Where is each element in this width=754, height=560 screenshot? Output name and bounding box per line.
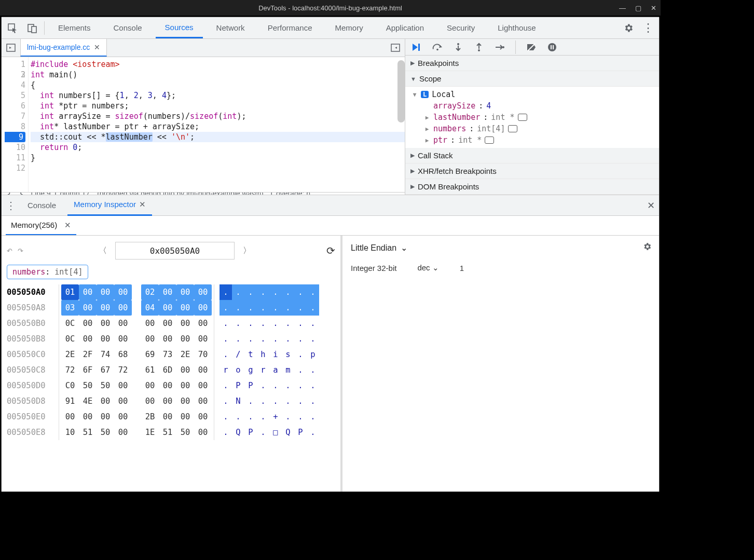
redo-icon[interactable]: ↷	[18, 247, 23, 255]
endian-selector[interactable]: Little Endian ⌄	[351, 243, 651, 253]
hex-byte[interactable]: 00	[114, 300, 132, 316]
tab-elements[interactable]: Elements	[49, 18, 100, 37]
hex-byte[interactable]: 0C	[61, 331, 79, 347]
ascii-char[interactable]: .	[282, 409, 294, 425]
ascii-char[interactable]: .	[232, 316, 244, 331]
inspect-icon[interactable]	[5, 20, 20, 36]
next-page-icon[interactable]: 〉	[240, 245, 254, 256]
hex-row[interactable]: 005050A00100000002000000........	[7, 284, 335, 300]
ascii-char[interactable]: P	[244, 425, 257, 440]
hex-row[interactable]: 005050A80300000004000000........	[7, 300, 335, 316]
ascii-char[interactable]: .	[269, 393, 282, 409]
ascii-char[interactable]: Q	[282, 425, 294, 440]
hex-byte[interactable]: 72	[61, 362, 79, 378]
hex-row[interactable]: 005050D8914E000000000000.N......	[7, 393, 335, 409]
hex-byte[interactable]: 50	[176, 425, 194, 440]
hex-byte[interactable]: 00	[159, 409, 176, 425]
hex-byte[interactable]: C0	[61, 378, 79, 393]
step-icon[interactable]	[495, 42, 505, 52]
close-icon[interactable]: ✕	[64, 221, 71, 229]
hex-row[interactable]: 005050B00C00000000000000........	[7, 316, 335, 331]
hex-byte[interactable]: 00	[176, 316, 194, 331]
hex-byte[interactable]: 00	[79, 316, 97, 331]
hex-byte[interactable]: 68	[114, 347, 132, 362]
gear-icon[interactable]	[621, 20, 636, 36]
hex-byte[interactable]: 03	[61, 300, 79, 316]
memory-reveal-icon[interactable]	[508, 125, 517, 132]
ascii-char[interactable]: .	[294, 409, 307, 425]
hex-row[interactable]: 005050D0C050500000000000.PP.....	[7, 378, 335, 393]
refresh-icon[interactable]: ⟳	[326, 244, 335, 257]
hex-byte[interactable]: 00	[97, 393, 114, 409]
prev-page-icon[interactable]: 〈	[95, 245, 110, 256]
drawer-tab-memory-inspector[interactable]: Memory Inspector✕	[67, 195, 152, 216]
ascii-char[interactable]: .	[244, 316, 257, 331]
source-editor[interactable]: 1#include <iostream>23int main()4{5 int …	[2, 57, 405, 192]
ascii-char[interactable]: .	[282, 316, 294, 331]
ascii-char[interactable]: .	[257, 393, 269, 409]
ascii-char[interactable]: o	[232, 362, 244, 378]
hex-byte[interactable]: 02	[141, 284, 159, 300]
ascii-char[interactable]: s	[282, 347, 294, 362]
hex-row[interactable]: 005050E8105150001E515000.QP.□QP.	[7, 425, 335, 440]
hex-byte[interactable]: 00	[141, 316, 159, 331]
hex-byte[interactable]: 91	[61, 393, 79, 409]
debugger-sidebar-toggle-icon[interactable]	[389, 42, 402, 54]
ascii-char[interactable]: .	[307, 425, 319, 440]
hex-byte[interactable]: 00	[114, 284, 132, 300]
ascii-char[interactable]: .	[294, 347, 307, 362]
tab-application[interactable]: Application	[377, 18, 433, 37]
hex-row[interactable]: 005050C02E2F746869732E70./this.p	[7, 347, 335, 362]
hex-byte[interactable]: 00	[194, 284, 212, 300]
ascii-char[interactable]: .	[269, 331, 282, 347]
hex-viewer[interactable]: 005050A00100000002000000........005050A8…	[7, 284, 335, 440]
ascii-char[interactable]: .	[282, 331, 294, 347]
hex-byte[interactable]: 00	[176, 393, 194, 409]
tab-network[interactable]: Network	[207, 18, 254, 37]
hex-row[interactable]: 005050E0000000002B000000....+...	[7, 409, 335, 425]
tab-memory[interactable]: Memory	[326, 18, 373, 37]
maximize-icon[interactable]: ▢	[635, 4, 641, 12]
ascii-char[interactable]: .	[269, 316, 282, 331]
ascii-char[interactable]: .	[257, 300, 269, 316]
section-scope[interactable]: ▼Scope	[405, 71, 659, 87]
hex-byte[interactable]: 00	[176, 331, 194, 347]
hex-byte[interactable]: 67	[97, 362, 114, 378]
section-dom[interactable]: ▶DOM Breakpoints	[405, 179, 659, 195]
ascii-char[interactable]: .	[257, 284, 269, 300]
hex-byte[interactable]: 00	[97, 331, 114, 347]
ascii-char[interactable]: .	[307, 362, 319, 378]
ascii-char[interactable]: i	[269, 347, 282, 362]
hex-byte[interactable]: 10	[61, 425, 79, 440]
ascii-char[interactable]: .	[257, 425, 269, 440]
hex-byte[interactable]: 4E	[79, 393, 97, 409]
close-icon[interactable]: ✕	[651, 4, 656, 12]
hex-byte[interactable]: 00	[97, 284, 114, 300]
ascii-char[interactable]: N	[232, 393, 244, 409]
ascii-char[interactable]: .	[307, 409, 319, 425]
close-icon[interactable]: ✕	[94, 43, 100, 51]
hex-byte[interactable]: 00	[159, 316, 176, 331]
ascii-char[interactable]: .	[220, 331, 232, 347]
hex-byte[interactable]: 00	[194, 409, 212, 425]
hex-byte[interactable]: 00	[79, 409, 97, 425]
hex-byte[interactable]: 51	[79, 425, 97, 440]
hex-byte[interactable]: 6F	[79, 362, 97, 378]
ascii-char[interactable]: .	[307, 284, 319, 300]
ascii-char[interactable]: □	[269, 425, 282, 440]
ascii-char[interactable]: .	[232, 300, 244, 316]
pause-on-exceptions-icon[interactable]	[547, 42, 557, 52]
tab-sources[interactable]: Sources	[156, 18, 203, 38]
ascii-char[interactable]: .	[282, 284, 294, 300]
ascii-char[interactable]: .	[257, 316, 269, 331]
hex-byte[interactable]: 00	[159, 284, 176, 300]
ascii-char[interactable]: .	[244, 284, 257, 300]
resume-icon[interactable]	[412, 42, 422, 52]
hex-byte[interactable]: 70	[194, 347, 212, 362]
hex-byte[interactable]: 00	[79, 300, 97, 316]
step-into-icon[interactable]	[453, 42, 463, 52]
ascii-char[interactable]: .	[244, 300, 257, 316]
hex-byte[interactable]: 00	[176, 284, 194, 300]
ascii-char[interactable]: .	[244, 409, 257, 425]
code-line[interactable]: 6 int *ptr = numbers;	[31, 101, 405, 111]
